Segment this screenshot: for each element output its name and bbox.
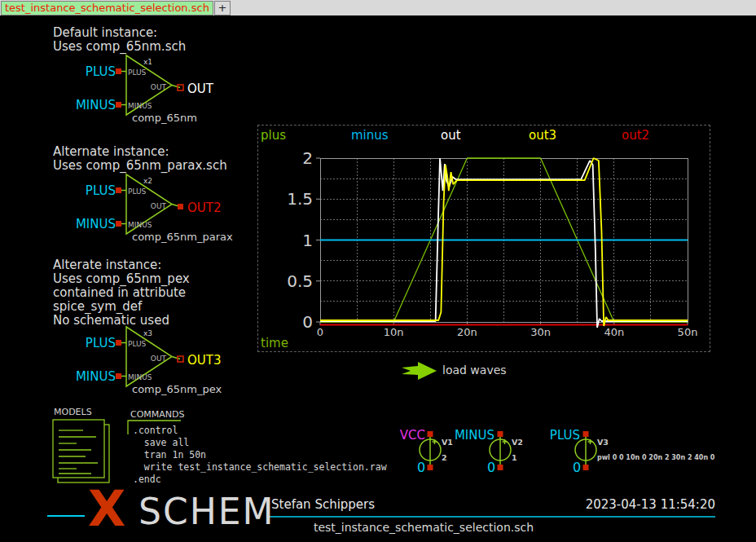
x-tick-label: 30n [530, 326, 551, 338]
pin-square-out-x2[interactable] [178, 204, 183, 209]
x-tick-label: 40n [604, 326, 624, 338]
symbol-pin-plus-x2: PLUS [128, 187, 146, 196]
instance3-heading-line5: No schematic used [53, 313, 169, 328]
pin-square-plus-x2[interactable] [116, 187, 121, 193]
symbol-name-x1[interactable]: comp_65nm [132, 112, 197, 124]
instance3-heading-line4: spice_sym_def [53, 299, 142, 314]
net-label-gnd-v3[interactable]: 0 [573, 460, 581, 475]
symbol-name-x3[interactable]: comp_65nm_pex [132, 383, 222, 395]
command-line-3: tran 1n 50n [133, 449, 206, 460]
symbol-pin-out-x2: OUT [140, 202, 166, 210]
author-name: Stefan Schippers [271, 497, 375, 512]
xschem-logo-x: X [88, 484, 125, 533]
instance3-heading-line2: Uses comp_65nm_pex [53, 271, 190, 286]
instance2-heading-line2: Uses comp_65nm_parax.sch [53, 158, 227, 173]
value-v1[interactable]: 2 [442, 453, 447, 462]
command-line-5: .endc [133, 474, 161, 485]
symbol-pin-minus-x3: MINUS [128, 373, 152, 381]
wire-out[interactable] [172, 86, 180, 88]
xschem-logo-text: SCHEM [138, 492, 275, 531]
net-label-plus-x2[interactable]: PLUS [65, 183, 116, 198]
net-label-gnd-v1[interactable]: 0 [417, 460, 425, 475]
designator-v2[interactable]: V2 [512, 438, 523, 447]
y-tick-label: 0 [302, 312, 313, 332]
designator-x2[interactable]: x2 [143, 177, 152, 185]
net-label-gnd-v2[interactable]: 0 [487, 460, 495, 475]
y-tick-label: 0.5 [287, 271, 313, 291]
instance2-heading-line1: Alternate instance: [53, 144, 169, 159]
pin-square-minus-x1[interactable] [116, 102, 121, 108]
designator-x3[interactable]: x3 [143, 329, 152, 337]
command-line-4: write test_instance_schematic_selection.… [133, 461, 387, 473]
pin-square-v2-bottom[interactable] [498, 465, 503, 470]
net-label-plus-x1[interactable]: PLUS [65, 64, 116, 79]
instance1-heading-line1: Default instance: [53, 25, 157, 40]
pin-square-v1-bottom[interactable] [428, 465, 433, 470]
net-label-plus-x3[interactable]: PLUS [65, 336, 116, 350]
instance1-heading-line2: Uses comp_65nm.sch [53, 39, 186, 54]
wave-out3 [320, 158, 688, 326]
sheet-title: test_instance_schematic_selection.sch [261, 521, 587, 534]
pin-square-v3-bottom[interactable] [583, 465, 589, 470]
symbol-name-x2[interactable]: comp_65nm_parax [132, 231, 233, 243]
instance3-heading-line3: contained in attribute [53, 285, 186, 300]
x-tick-label: 50n [678, 326, 698, 338]
designator-x1[interactable]: x1 [143, 58, 152, 66]
net-label-out3-x3[interactable]: OUT3 [187, 353, 222, 368]
x-tick-label: 10n [384, 326, 404, 338]
symbol-pin-plus-x1: PLUS [128, 68, 146, 77]
pin-square-v2-top[interactable] [498, 431, 503, 437]
designator-v3[interactable]: V3 [597, 438, 609, 447]
net-label-vcc[interactable]: VCC [385, 428, 425, 443]
value-v2[interactable]: 1 [512, 453, 517, 462]
timestamp: 2023-04-13 11:54:20 [562, 497, 715, 512]
models-document-icon[interactable] [53, 420, 109, 483]
load-waves-arrow-icon[interactable] [402, 362, 437, 380]
symbol-pin-plus-x3: PLUS [128, 340, 146, 348]
net-label-plus-src[interactable]: PLUS [523, 428, 580, 443]
commands-label: COMMANDS [130, 409, 185, 420]
instance3-heading-line1: Alterate instance: [53, 258, 161, 272]
pin-square-v1-top[interactable] [428, 431, 433, 437]
net-label-minus-x1[interactable]: MINUS [59, 98, 116, 112]
models-label: MODELS [54, 407, 92, 417]
value-v3[interactable]: pwl 0 0 10n 0 20n 2 30n 2 40n 0 [597, 454, 714, 461]
symbol-pin-minus-x1: MINUS [128, 102, 152, 110]
pin-square-v3-top[interactable] [583, 431, 589, 437]
y-tick-label: 1.5 [287, 189, 313, 209]
pin-square-plus-x3[interactable] [116, 340, 121, 346]
net-label-out2-x2[interactable]: OUT2 [187, 200, 222, 215]
waveform-plot-svg: 010n20n30n40n50n00.511.52 [258, 126, 710, 351]
pin-square-minus-x3[interactable] [116, 373, 121, 379]
x-tick-label: 0 [317, 326, 323, 338]
net-label-minus-src[interactable]: MINUS [437, 428, 494, 443]
pin-square-plus-x1[interactable] [116, 68, 121, 74]
net-label-minus-x2[interactable]: MINUS [59, 217, 116, 231]
pin-square-minus-x2[interactable] [116, 221, 121, 227]
symbol-pin-out-x3: OUT [140, 355, 166, 363]
y-tick-label: 2 [302, 148, 313, 168]
waveform-graph[interactable]: plusminusoutout3out2 010n20n30n40n50n00.… [257, 125, 710, 352]
net-label-out-x1[interactable]: OUT [187, 82, 213, 96]
net-label-minus-x3[interactable]: MINUS [59, 369, 116, 384]
xschem-window: { "tab_bar": { "active_tab": "test_insta… [0, 0, 756, 542]
symbol-pin-minus-x2: MINUS [128, 221, 152, 229]
x-tick-label: 20n [457, 326, 477, 338]
symbol-pin-out-x1: OUT [140, 83, 166, 91]
wire-out[interactable] [172, 357, 180, 359]
load-waves-label[interactable]: load waves [442, 364, 507, 377]
y-tick-label: 1 [302, 231, 313, 250]
x-axis-title: time [261, 336, 288, 350]
command-line-2: save all [133, 437, 189, 448]
command-line-1: .control [133, 425, 178, 436]
